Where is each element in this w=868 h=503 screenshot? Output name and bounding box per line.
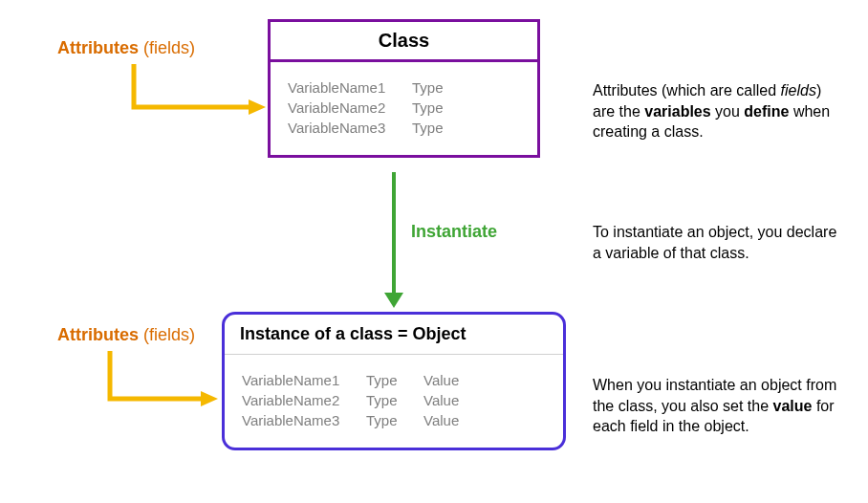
attributes-label-bottom: Attributes (fields) <box>57 325 195 345</box>
var-value: Value <box>423 392 481 408</box>
var-type: Type <box>412 99 469 116</box>
attributes-word: Attributes <box>57 38 139 57</box>
object-row: VariableName3 Type Value <box>242 412 546 428</box>
instantiate-arrow-line <box>392 172 396 296</box>
text-bold: define <box>744 103 789 120</box>
var-type: Type <box>412 79 469 96</box>
var-name: VariableName3 <box>288 120 412 136</box>
var-value: Value <box>423 372 481 388</box>
text-segment: Attributes (which are called <box>593 82 781 98</box>
class-body: VariableName1 Type VariableName2 Type Va… <box>271 62 537 155</box>
attributes-word: Attributes <box>57 325 139 344</box>
object-title-bold: Object <box>413 324 467 343</box>
arrow-attributes-to-class <box>129 59 272 130</box>
var-type: Type <box>366 372 423 388</box>
text-bold: variables <box>644 103 710 120</box>
class-row: VariableName2 Type <box>288 99 520 116</box>
var-name: VariableName2 <box>288 99 412 116</box>
object-row: VariableName2 Type Value <box>242 392 546 408</box>
class-row: VariableName1 Type <box>288 79 520 96</box>
class-row: VariableName3 Type <box>288 120 520 136</box>
var-value: Value <box>423 412 481 428</box>
object-row: VariableName1 Type Value <box>242 372 546 388</box>
yellow-arrow-icon <box>129 59 272 126</box>
fields-word: (fields) <box>139 38 195 57</box>
fields-word: (fields) <box>139 325 195 344</box>
class-box: Class VariableName1 Type VariableName2 T… <box>268 19 540 158</box>
object-title-pre: Instance of a class = <box>240 324 413 343</box>
description-attributes: Attributes (which are called fields) are… <box>593 80 841 142</box>
text-italic: fields <box>781 82 816 98</box>
var-type: Type <box>412 120 469 136</box>
arrow-attributes-to-object <box>105 346 229 422</box>
var-name: VariableName1 <box>288 79 412 96</box>
instantiate-arrow-head-icon <box>384 293 403 308</box>
var-name: VariableName1 <box>242 372 366 388</box>
var-name: VariableName2 <box>242 392 366 408</box>
text-bold: value <box>773 398 813 414</box>
instantiate-label: Instantiate <box>411 222 497 242</box>
description-object: When you instantiate an object from the … <box>593 375 841 437</box>
object-body: VariableName1 Type Value VariableName2 T… <box>225 355 563 448</box>
object-title: Instance of a class = Object <box>225 315 563 355</box>
description-instantiate: To instantiate an object, you declare a … <box>593 222 841 263</box>
var-type: Type <box>366 412 423 428</box>
attributes-label-top: Attributes (fields) <box>57 38 195 58</box>
var-name: VariableName3 <box>242 412 366 428</box>
object-box: Instance of a class = Object VariableNam… <box>222 312 566 450</box>
var-type: Type <box>366 392 423 408</box>
class-title: Class <box>271 22 537 62</box>
text-segment: you <box>711 103 745 120</box>
yellow-arrow-icon <box>105 346 229 418</box>
